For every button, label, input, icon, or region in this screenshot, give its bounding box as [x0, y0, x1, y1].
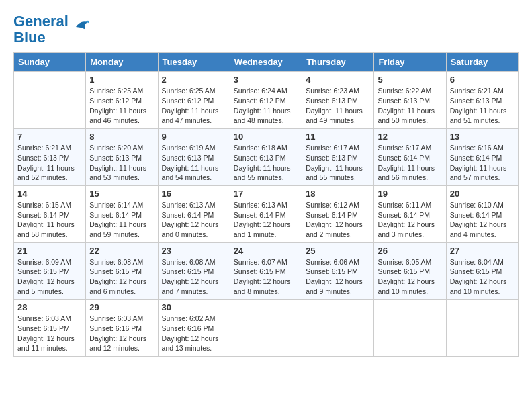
calendar-cell: 9Sunrise: 6:19 AMSunset: 6:13 PMDaylight…: [158, 129, 230, 186]
calendar-cell: 5Sunrise: 6:22 AMSunset: 6:13 PMDaylight…: [374, 72, 446, 129]
day-info: Sunrise: 6:05 AMSunset: 6:15 PMDaylight:…: [378, 257, 442, 297]
calendar-cell: 29Sunrise: 6:03 AMSunset: 6:16 PMDayligh…: [86, 300, 158, 357]
calendar-cell: 28Sunrise: 6:03 AMSunset: 6:15 PMDayligh…: [14, 300, 86, 357]
calendar-week-row: 7Sunrise: 6:21 AMSunset: 6:13 PMDaylight…: [14, 129, 519, 186]
calendar-header-row: SundayMondayTuesdayWednesdayThursdayFrid…: [14, 53, 519, 72]
calendar-cell: 11Sunrise: 6:17 AMSunset: 6:13 PMDayligh…: [302, 129, 374, 186]
day-number: 3: [234, 75, 298, 85]
day-number: 19: [378, 189, 442, 199]
calendar-cell: 10Sunrise: 6:18 AMSunset: 6:13 PMDayligh…: [230, 129, 302, 186]
day-info: Sunrise: 6:07 AMSunset: 6:15 PMDaylight:…: [234, 257, 298, 297]
day-info: Sunrise: 6:03 AMSunset: 6:16 PMDaylight:…: [89, 314, 154, 353]
day-info: Sunrise: 6:19 AMSunset: 6:13 PMDaylight:…: [162, 143, 226, 183]
calendar-cell: 27Sunrise: 6:04 AMSunset: 6:15 PMDayligh…: [446, 242, 518, 300]
day-number: 30: [162, 302, 226, 312]
day-of-week-header: Thursday: [302, 53, 374, 72]
day-info: Sunrise: 6:25 AMSunset: 6:12 PMDaylight:…: [162, 86, 226, 126]
day-number: 15: [89, 189, 154, 199]
day-info: Sunrise: 6:02 AMSunset: 6:16 PMDaylight:…: [162, 314, 226, 353]
day-number: 6: [450, 75, 515, 85]
calendar-cell: 20Sunrise: 6:10 AMSunset: 6:14 PMDayligh…: [446, 185, 518, 242]
calendar-week-row: 28Sunrise: 6:03 AMSunset: 6:15 PMDayligh…: [14, 300, 519, 357]
calendar-cell: 8Sunrise: 6:20 AMSunset: 6:13 PMDaylight…: [86, 129, 158, 186]
day-info: Sunrise: 6:13 AMSunset: 6:14 PMDaylight:…: [234, 200, 298, 240]
calendar-cell: 18Sunrise: 6:12 AMSunset: 6:14 PMDayligh…: [302, 185, 374, 242]
calendar-cell: 12Sunrise: 6:17 AMSunset: 6:14 PMDayligh…: [374, 129, 446, 186]
day-of-week-header: Sunday: [14, 53, 86, 72]
day-number: 18: [306, 189, 370, 199]
day-number: 27: [450, 246, 515, 256]
day-number: 21: [17, 246, 82, 256]
calendar-week-row: 14Sunrise: 6:15 AMSunset: 6:14 PMDayligh…: [14, 185, 519, 242]
day-info: Sunrise: 6:08 AMSunset: 6:15 PMDaylight:…: [162, 257, 226, 297]
day-number: 7: [17, 132, 82, 142]
day-number: 8: [89, 132, 154, 142]
calendar-cell: [374, 300, 446, 357]
day-number: 20: [450, 189, 515, 199]
day-number: 1: [89, 75, 154, 85]
day-number: 12: [378, 132, 442, 142]
day-info: Sunrise: 6:08 AMSunset: 6:15 PMDaylight:…: [89, 257, 154, 297]
day-info: Sunrise: 6:15 AMSunset: 6:14 PMDaylight:…: [17, 200, 82, 240]
day-number: 9: [162, 132, 226, 142]
calendar-cell: 3Sunrise: 6:24 AMSunset: 6:12 PMDaylight…: [230, 72, 302, 129]
day-info: Sunrise: 6:21 AMSunset: 6:13 PMDaylight:…: [17, 143, 82, 183]
day-info: Sunrise: 6:10 AMSunset: 6:14 PMDaylight:…: [450, 200, 515, 240]
calendar-cell: [230, 300, 302, 357]
calendar-cell: 19Sunrise: 6:11 AMSunset: 6:14 PMDayligh…: [374, 185, 446, 242]
day-number: 2: [162, 75, 226, 85]
calendar-body: 1Sunrise: 6:25 AMSunset: 6:12 PMDaylight…: [14, 72, 519, 357]
day-number: 4: [306, 75, 370, 85]
day-number: 28: [17, 302, 82, 312]
calendar-cell: [446, 300, 518, 357]
page-header: General Blue: [13, 13, 519, 46]
day-of-week-header: Monday: [86, 53, 158, 72]
day-of-week-header: Wednesday: [230, 53, 302, 72]
calendar-week-row: 21Sunrise: 6:09 AMSunset: 6:15 PMDayligh…: [14, 242, 519, 300]
calendar-cell: 30Sunrise: 6:02 AMSunset: 6:16 PMDayligh…: [158, 300, 230, 357]
calendar-cell: 17Sunrise: 6:13 AMSunset: 6:14 PMDayligh…: [230, 185, 302, 242]
calendar-cell: 4Sunrise: 6:23 AMSunset: 6:13 PMDaylight…: [302, 72, 374, 129]
day-of-week-header: Saturday: [446, 53, 518, 72]
logo-bird-icon: [71, 17, 90, 36]
day-info: Sunrise: 6:23 AMSunset: 6:13 PMDaylight:…: [306, 86, 370, 126]
day-info: Sunrise: 6:13 AMSunset: 6:14 PMDaylight:…: [162, 200, 226, 240]
day-info: Sunrise: 6:11 AMSunset: 6:14 PMDaylight:…: [378, 200, 442, 240]
day-info: Sunrise: 6:20 AMSunset: 6:13 PMDaylight:…: [89, 143, 154, 183]
day-info: Sunrise: 6:18 AMSunset: 6:13 PMDaylight:…: [234, 143, 298, 183]
calendar-cell: [14, 72, 86, 129]
day-number: 26: [378, 246, 442, 256]
calendar-cell: 25Sunrise: 6:06 AMSunset: 6:15 PMDayligh…: [302, 242, 374, 300]
calendar-cell: 24Sunrise: 6:07 AMSunset: 6:15 PMDayligh…: [230, 242, 302, 300]
day-number: 23: [162, 246, 226, 256]
day-number: 29: [89, 302, 154, 312]
calendar-cell: 1Sunrise: 6:25 AMSunset: 6:12 PMDaylight…: [86, 72, 158, 129]
calendar-table: SundayMondayTuesdayWednesdayThursdayFrid…: [13, 52, 519, 357]
day-info: Sunrise: 6:16 AMSunset: 6:14 PMDaylight:…: [450, 143, 515, 183]
day-number: 5: [378, 75, 442, 85]
calendar-cell: 15Sunrise: 6:14 AMSunset: 6:14 PMDayligh…: [86, 185, 158, 242]
day-info: Sunrise: 6:24 AMSunset: 6:12 PMDaylight:…: [234, 86, 298, 126]
day-info: Sunrise: 6:14 AMSunset: 6:14 PMDaylight:…: [89, 200, 154, 240]
day-number: 10: [234, 132, 298, 142]
day-info: Sunrise: 6:17 AMSunset: 6:13 PMDaylight:…: [306, 143, 370, 183]
day-number: 13: [450, 132, 515, 142]
calendar-cell: 16Sunrise: 6:13 AMSunset: 6:14 PMDayligh…: [158, 185, 230, 242]
day-info: Sunrise: 6:22 AMSunset: 6:13 PMDaylight:…: [378, 86, 442, 126]
calendar-week-row: 1Sunrise: 6:25 AMSunset: 6:12 PMDaylight…: [14, 72, 519, 129]
calendar-cell: 26Sunrise: 6:05 AMSunset: 6:15 PMDayligh…: [374, 242, 446, 300]
day-info: Sunrise: 6:06 AMSunset: 6:15 PMDaylight:…: [306, 257, 370, 297]
day-number: 24: [234, 246, 298, 256]
day-number: 11: [306, 132, 370, 142]
calendar-cell: 7Sunrise: 6:21 AMSunset: 6:13 PMDaylight…: [14, 129, 86, 186]
day-number: 22: [89, 246, 154, 256]
day-info: Sunrise: 6:03 AMSunset: 6:15 PMDaylight:…: [17, 314, 82, 353]
calendar-cell: 13Sunrise: 6:16 AMSunset: 6:14 PMDayligh…: [446, 129, 518, 186]
day-number: 17: [234, 189, 298, 199]
day-of-week-header: Friday: [374, 53, 446, 72]
day-info: Sunrise: 6:04 AMSunset: 6:15 PMDaylight:…: [450, 257, 515, 297]
day-info: Sunrise: 6:12 AMSunset: 6:14 PMDaylight:…: [306, 200, 370, 240]
day-number: 14: [17, 189, 82, 199]
calendar-cell: 6Sunrise: 6:21 AMSunset: 6:13 PMDaylight…: [446, 72, 518, 129]
day-info: Sunrise: 6:21 AMSunset: 6:13 PMDaylight:…: [450, 86, 515, 126]
